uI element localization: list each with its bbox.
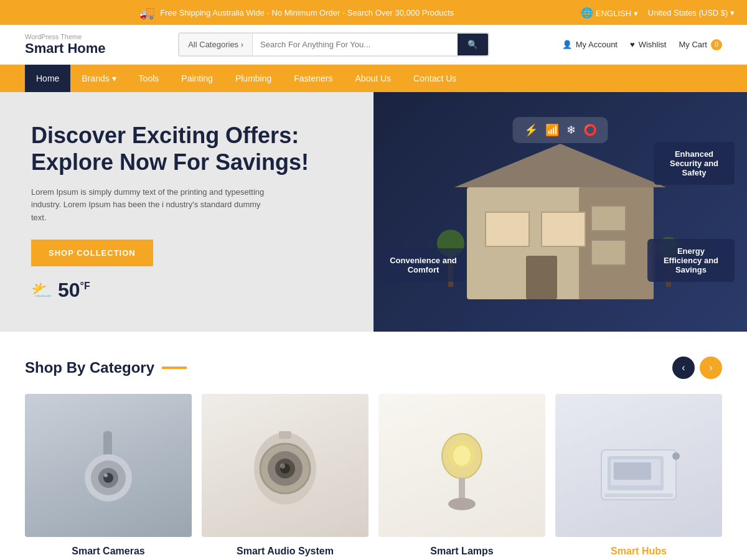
title-underline — [162, 366, 187, 369]
nav-item-fasteners[interactable]: Fasteners — [283, 65, 344, 92]
svg-rect-24 — [279, 431, 291, 439]
hub-svg — [589, 419, 688, 512]
svg-point-23 — [280, 464, 285, 469]
svg-point-34 — [672, 452, 680, 460]
lamp-category-name: Smart Lamps — [430, 546, 493, 557]
nav-item-brands[interactable]: Brands ▾ — [70, 65, 127, 92]
power-icon: ⭕ — [583, 123, 597, 137]
category-grid: Smart Cameras Smart Audio System — [25, 394, 722, 557]
account-action[interactable]: 👤 My Account — [562, 40, 618, 49]
category-card-lamps[interactable]: Smart Lamps — [378, 394, 545, 557]
convenience-badge: Convenience and Comfort — [380, 248, 467, 282]
weather-widget: ⛅ 50°F — [31, 279, 342, 302]
hero-section: Discover Exciting Offers: Explore Now Fo… — [0, 92, 747, 332]
energy-badge-text: Energy Efficiency and Savings — [664, 246, 718, 274]
search-input[interactable] — [253, 34, 458, 55]
heart-icon: ♥ — [630, 40, 635, 49]
top-bar-right: 🌐 ENGLISH ▾ United States (USD $) ▾ — [581, 7, 735, 19]
shipping-text: Free Shipping Australia Wide - No Minimu… — [160, 8, 454, 17]
nav-item-plumbing[interactable]: Plumbing — [224, 65, 283, 92]
header: WordPress Theme Smart Home All Categorie… — [0, 25, 747, 65]
smart-panel: ⚡ 📶 ❄ ⭕ — [513, 117, 608, 143]
lamp-svg — [431, 416, 493, 515]
weather-icon: ⛅ — [31, 280, 53, 301]
logo-main: Smart Home — [25, 40, 106, 57]
convenience-badge-text: Convenience and Comfort — [390, 256, 457, 274]
header-actions: 👤 My Account ♥ Wishlist My Cart 0 — [562, 39, 722, 50]
category-card-hubs[interactable]: Smart Hubs — [555, 394, 722, 557]
svg-point-29 — [448, 498, 476, 510]
svg-point-17 — [104, 474, 108, 477]
logo[interactable]: WordPress Theme Smart Home — [25, 33, 106, 57]
category-card-cameras[interactable]: Smart Cameras — [25, 394, 192, 557]
energy-badge: Energy Efficiency and Savings — [647, 239, 735, 282]
category-dropdown[interactable]: All Categories › — [179, 34, 253, 55]
snowflake-icon: ❄ — [566, 123, 576, 137]
nav-item-home[interactable]: Home — [25, 65, 70, 92]
cart-label: My Cart — [679, 40, 707, 49]
search-button[interactable]: 🔍 — [458, 34, 488, 55]
security-badge-text: Enhanced Security and Safety — [670, 149, 718, 177]
category-label: All Categories — [188, 40, 238, 49]
security-badge: Enhanced Security and Safety — [654, 142, 735, 185]
top-bar: 🚚 Free Shipping Australia Wide - No Mini… — [0, 0, 747, 25]
camera-category-name: Smart Cameras — [72, 546, 144, 557]
svg-point-27 — [453, 446, 471, 465]
camera-svg — [71, 419, 146, 512]
category-section: Shop By Category ‹ › Smart Cameras — [0, 332, 747, 560]
section-title-text: Shop By Category — [25, 359, 154, 376]
hero-right: ⚡ 📶 ❄ ⭕ — [374, 92, 747, 332]
svg-rect-3 — [486, 212, 529, 246]
svg-rect-35 — [604, 493, 673, 497]
svg-marker-2 — [454, 144, 666, 187]
speaker-svg — [245, 419, 326, 512]
nav-item-tools[interactable]: Tools — [128, 65, 171, 92]
svg-rect-11 — [591, 240, 626, 265]
wishlist-label: Wishlist — [639, 40, 667, 49]
audio-category-name: Smart Audio System — [237, 546, 334, 557]
lamp-category-image — [378, 394, 545, 537]
shop-collection-button[interactable]: SHOP COLLECTION — [31, 240, 153, 266]
svg-rect-4 — [542, 212, 585, 246]
audio-category-image — [202, 394, 369, 537]
hub-category-image — [555, 394, 722, 537]
search-bar: All Categories › 🔍 — [178, 32, 489, 57]
cart-action[interactable]: My Cart 0 — [679, 39, 722, 50]
cart-badge: 0 — [711, 39, 722, 50]
account-icon: 👤 — [562, 40, 572, 49]
nav-item-painting[interactable]: Painting — [170, 65, 224, 92]
account-label: My Account — [576, 40, 618, 49]
bluetooth-icon: ⚡ — [524, 123, 538, 137]
hero-image: ⚡ 📶 ❄ ⭕ — [374, 92, 747, 332]
hub-category-name: Smart Hubs — [611, 546, 667, 557]
nav-item-contact[interactable]: Contact Us — [402, 65, 467, 92]
hero-left: Discover Exciting Offers: Explore Now Fo… — [0, 92, 374, 332]
language-selector[interactable]: 🌐 ENGLISH ▾ — [581, 7, 637, 19]
logo-sub: WordPress Theme — [25, 33, 106, 40]
section-title: Shop By Category — [25, 359, 187, 376]
nav-item-about[interactable]: About Us — [344, 65, 403, 92]
wishlist-action[interactable]: ♥ Wishlist — [630, 40, 667, 49]
camera-category-image — [25, 394, 192, 537]
globe-icon: 🌐 — [581, 7, 593, 18]
svg-rect-5 — [526, 256, 557, 299]
hero-title: Discover Exciting Offers: Explore Now Fo… — [31, 122, 342, 175]
svg-rect-33 — [614, 462, 651, 480]
truck-icon: 🚚 — [139, 5, 155, 20]
next-arrow-button[interactable]: › — [700, 357, 722, 379]
currency-label: United States (USD $) — [648, 8, 728, 17]
language-label: ENGLISH — [596, 9, 631, 18]
shipping-banner: 🚚 Free Shipping Australia Wide - No Mini… — [12, 5, 581, 20]
svg-rect-10 — [591, 206, 626, 231]
currency-selector[interactable]: United States (USD $) ▾ — [648, 8, 735, 17]
house-svg — [430, 138, 691, 312]
section-header: Shop By Category ‹ › — [25, 357, 722, 379]
prev-arrow-button[interactable]: ‹ — [672, 357, 695, 379]
main-nav: Home Brands ▾ Tools Painting Plumbing Fa… — [0, 65, 747, 92]
hero-description: Lorem Ipsum is simply dummy text of the … — [31, 186, 268, 225]
wifi-icon: 📶 — [545, 123, 559, 137]
weather-temp: 50°F — [58, 279, 90, 302]
category-card-audio[interactable]: Smart Audio System — [202, 394, 369, 557]
temp-unit: °F — [80, 281, 90, 291]
category-nav-arrows: ‹ › — [672, 357, 722, 379]
